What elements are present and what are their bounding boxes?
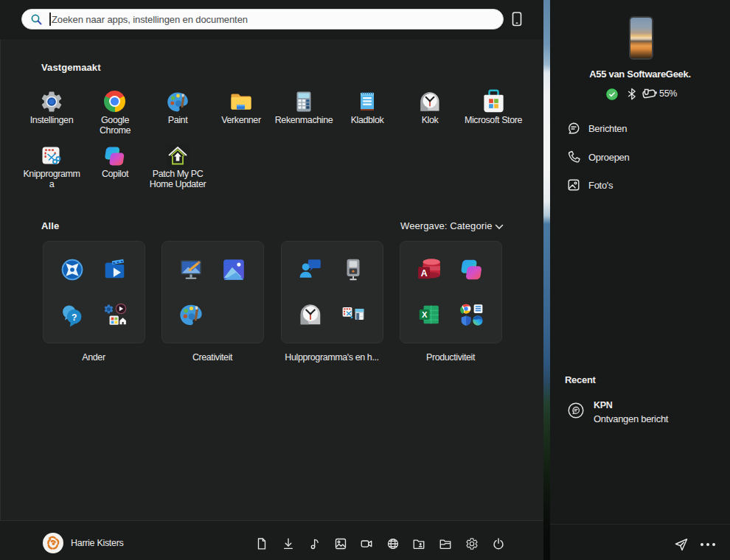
svg-text:A: A <box>421 268 428 279</box>
svg-text:?: ? <box>72 312 77 323</box>
svg-text:X: X <box>422 310 428 319</box>
